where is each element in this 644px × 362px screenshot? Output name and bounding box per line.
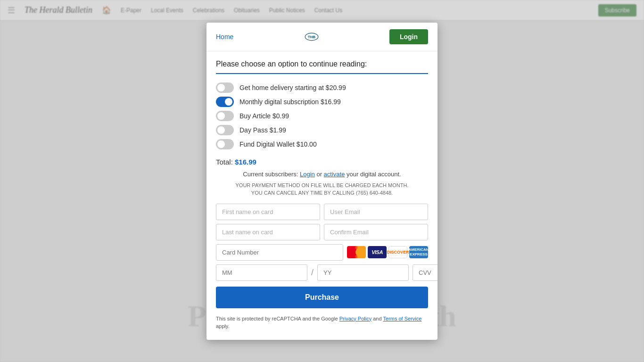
toggle-fund-wallet-slider [216,139,234,149]
card-number-input[interactable] [216,244,343,261]
option-home-delivery: Get home delivery starting at $20.99 [216,81,428,95]
lastname-email-row [216,224,428,240]
toggle-fund-wallet[interactable] [216,139,234,149]
option-buy-article: Buy Article $0.99 [216,109,428,123]
expiry-yy-input[interactable] [317,264,409,281]
terms-of-service-link[interactable]: Terms of Service [383,316,421,321]
privacy-policy-link[interactable]: Privacy Policy [339,316,372,321]
card-number-row: VISA DISCOVER AMERICANEXPRESS [216,244,428,261]
expiry-mm-input[interactable] [216,264,307,281]
option-fund-wallet-label: Fund Digital Wallet $10.00 [239,140,317,148]
confirm-email-input[interactable] [324,224,428,240]
name-row [216,204,428,220]
amex-icon: AMERICANEXPRESS [409,246,428,258]
payment-notice-line2: YOU CAN CANCEL ANY TIME BY CALLING (765)… [251,190,393,196]
option-list: Get home delivery starting at $20.99 Mon… [216,81,428,151]
user-email-input[interactable] [324,204,428,220]
option-monthly-digital: Monthly digital subscription $16.99 [216,95,428,109]
recaptcha-and: and [373,316,381,321]
option-monthly-digital-label: Monthly digital subscription $16.99 [239,98,341,106]
modal-overlay: Home THB Login Please choose an option t… [0,0,644,362]
subscription-modal: Home THB Login Please choose an option t… [206,23,438,340]
total-price: $16.99 [235,158,256,166]
toggle-home-delivery[interactable] [216,82,234,93]
login-button[interactable]: Login [389,29,428,44]
option-buy-article-label: Buy Article $0.99 [239,112,289,120]
modal-title: Please choose an option to continue read… [216,60,428,74]
subscriber-suffix: your digital account. [347,171,401,178]
toggle-buy-article[interactable] [216,111,234,121]
option-day-pass: Day Pass $1.99 [216,123,428,137]
payment-notice-line1: YOUR PAYMENT METHOD ON FILE WILL BE CHAR… [236,182,409,188]
option-day-pass-label: Day Pass $1.99 [239,126,286,134]
total-label: Total: [216,158,233,166]
toggle-buy-article-slider [216,111,234,121]
cvv-input[interactable] [413,264,438,281]
payment-notice: YOUR PAYMENT METHOD ON FILE WILL BE CHAR… [216,181,428,197]
mastercard-icon [347,246,366,258]
expiry-cvv-row: / [216,264,428,281]
purchase-button[interactable]: Purchase [216,287,428,308]
recaptcha-text: This site is protected by reCAPTCHA and … [216,316,338,321]
modal-body: Please choose an option to continue read… [206,51,438,340]
first-name-input[interactable] [216,204,320,220]
subscriber-activate-link[interactable]: activate [324,171,345,178]
total-line: Total: $16.99 [216,158,428,166]
toggle-monthly-digital-slider [216,97,234,107]
toggle-monthly-digital[interactable] [216,97,234,107]
option-home-delivery-label: Get home delivery starting at $20.99 [239,84,346,91]
thb-logo-icon: THB [305,32,319,41]
visa-icon: VISA [368,246,387,258]
svg-text:THB: THB [308,35,315,39]
home-link[interactable]: Home [216,33,233,41]
recaptcha-apply: apply. [216,323,230,329]
subscriber-or: or [316,171,322,178]
card-icons: VISA DISCOVER AMERICANEXPRESS [347,246,428,258]
modal-logo: THB [305,32,319,41]
recaptcha-notice: This site is protected by reCAPTCHA and … [216,315,428,330]
subscriber-text: Current subscribers: [243,171,298,178]
discover-icon: DISCOVER [388,246,407,258]
modal-header: Home THB Login [206,23,438,51]
expiry-separator: / [311,268,314,278]
toggle-day-pass[interactable] [216,125,234,135]
subscriber-line: Current subscribers: Login or activate y… [216,171,428,178]
toggle-day-pass-slider [216,125,234,135]
last-name-input[interactable] [216,224,320,240]
subscriber-login-link[interactable]: Login [300,171,315,178]
option-fund-wallet: Fund Digital Wallet $10.00 [216,137,428,151]
toggle-home-delivery-slider [216,82,234,93]
